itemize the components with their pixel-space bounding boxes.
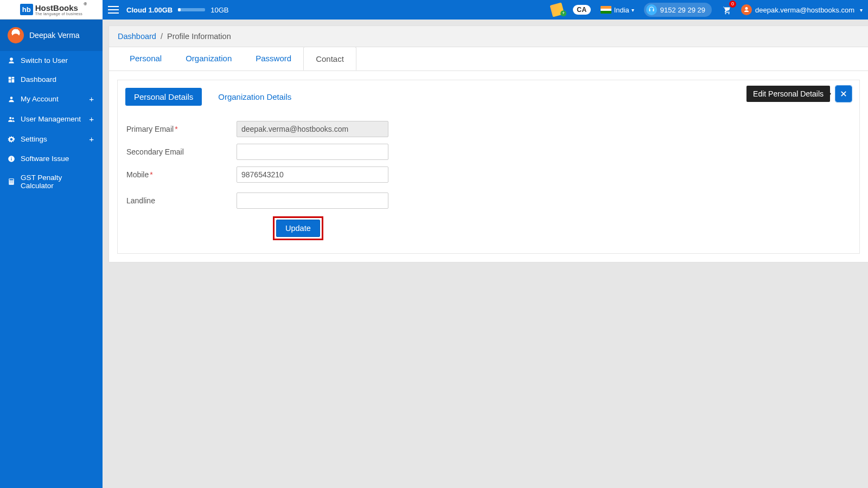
breadcrumb-current: Profile Information [167, 32, 231, 41]
headset-icon [646, 4, 657, 15]
expand-icon[interactable]: + [88, 94, 95, 104]
label-primary-email: Primary Email* [125, 125, 237, 133]
svg-point-12 [11, 183, 11, 183]
edit-tooltip: Edit Personal Details [746, 86, 830, 102]
user-menu[interactable]: deepak.verma@hostbooks.com ▾ [741, 4, 863, 15]
svg-rect-7 [10, 179, 14, 180]
close-icon [840, 90, 847, 98]
update-highlight-box: Update [273, 216, 323, 240]
cart-button[interactable]: 0 [722, 5, 731, 15]
breadcrumb: Dashboard / Profile Information [108, 25, 868, 47]
expand-icon[interactable]: + [88, 134, 95, 144]
sidebar-item-software-issue[interactable]: Software Issue [0, 149, 103, 168]
svg-point-0 [10, 97, 13, 99]
close-edit-button[interactable] [835, 86, 852, 102]
breadcrumb-separator: / [161, 32, 163, 41]
svg-point-2 [12, 117, 14, 119]
sidebar-item-label: Settings [21, 135, 47, 143]
account-icon [8, 95, 15, 103]
tab-password[interactable]: Password [244, 47, 303, 70]
chevron-down-icon: ▾ [631, 7, 634, 13]
svg-rect-5 [11, 157, 11, 157]
storage-max-label: 10GB [210, 6, 228, 14]
profile-tabs: Personal Organization Password Contact [109, 47, 868, 71]
sidebar-item-label: My Account [21, 95, 59, 103]
info-icon [8, 155, 15, 163]
users-icon [8, 115, 15, 123]
sidebar-item-label: GST Penalty Calculator [21, 174, 95, 190]
label-secondary-email: Secondary Email [125, 147, 237, 156]
sidebar: Deepak Verma Switch to User Dashboard My… [0, 20, 103, 488]
dashboard-icon [8, 76, 15, 84]
sidebar-item-my-account[interactable]: My Account + [0, 89, 103, 109]
user-icon [8, 57, 15, 65]
country-selector[interactable]: India ▾ [601, 6, 634, 14]
logo-name: HostBooks® The language of business [35, 4, 82, 16]
sidebar-item-settings[interactable]: Settings + [0, 129, 103, 149]
gear-icon [8, 136, 15, 143]
logo-badge: hb [20, 4, 33, 15]
svg-point-10 [12, 181, 13, 182]
ca-badge[interactable]: CA [573, 5, 590, 15]
sidebar-item-label: Switch to User [21, 56, 68, 65]
tab-personal[interactable]: Personal [118, 47, 174, 70]
svg-point-9 [11, 181, 11, 182]
svg-point-11 [10, 183, 10, 183]
sidebar-item-label: Software Issue [21, 155, 69, 163]
subtab-personal-details[interactable]: Personal Details [125, 88, 202, 106]
sidebar-item-dashboard[interactable]: Dashboard [0, 70, 103, 89]
avatar-icon [741, 4, 752, 15]
contact-form: Primary Email* Secondary Email Mobile* [125, 121, 852, 240]
svg-rect-4 [11, 158, 11, 160]
label-landline: Landline [125, 196, 237, 205]
svg-point-8 [10, 181, 10, 182]
expand-icon[interactable]: + [88, 114, 95, 124]
support-phone[interactable]: 9152 29 29 29 [644, 3, 712, 17]
sidebar-item-label: Dashboard [21, 75, 56, 84]
breadcrumb-dashboard-link[interactable]: Dashboard [118, 32, 156, 41]
update-button[interactable]: Update [276, 220, 320, 237]
input-landline[interactable] [237, 192, 388, 209]
svg-point-13 [12, 183, 13, 183]
avatar-icon [8, 27, 24, 43]
sidebar-item-gst-calculator[interactable]: GST Penalty Calculator [0, 168, 103, 195]
input-mobile[interactable] [237, 166, 388, 183]
svg-point-1 [9, 117, 11, 119]
menu-toggle-icon[interactable] [108, 6, 119, 14]
calculator-icon [8, 178, 15, 185]
tab-organization[interactable]: Organization [174, 47, 244, 70]
sidebar-item-switch-to-user[interactable]: Switch to User [0, 51, 103, 70]
sidebar-user-name: Deepak Verma [29, 31, 80, 40]
sidebar-item-user-management[interactable]: User Management + [0, 109, 103, 129]
tab-contact[interactable]: Contact [303, 47, 356, 70]
input-primary-email [237, 121, 388, 137]
ticket-icon[interactable]: + [551, 4, 563, 16]
cart-count-badge: 0 [729, 1, 736, 8]
storage-progress-bar [178, 8, 205, 11]
sidebar-item-label: User Management [21, 115, 81, 123]
app-logo[interactable]: hb HostBooks® The language of business [0, 0, 103, 20]
cloud-usage-label: Cloud 1.00GB [126, 6, 173, 14]
sidebar-user[interactable]: Deepak Verma [0, 20, 103, 51]
label-mobile: Mobile* [125, 170, 237, 179]
subtab-organization-details[interactable]: Organization Details [209, 88, 300, 106]
chevron-down-icon: ▾ [860, 7, 863, 13]
india-flag-icon [601, 6, 611, 14]
input-secondary-email[interactable] [237, 144, 388, 160]
